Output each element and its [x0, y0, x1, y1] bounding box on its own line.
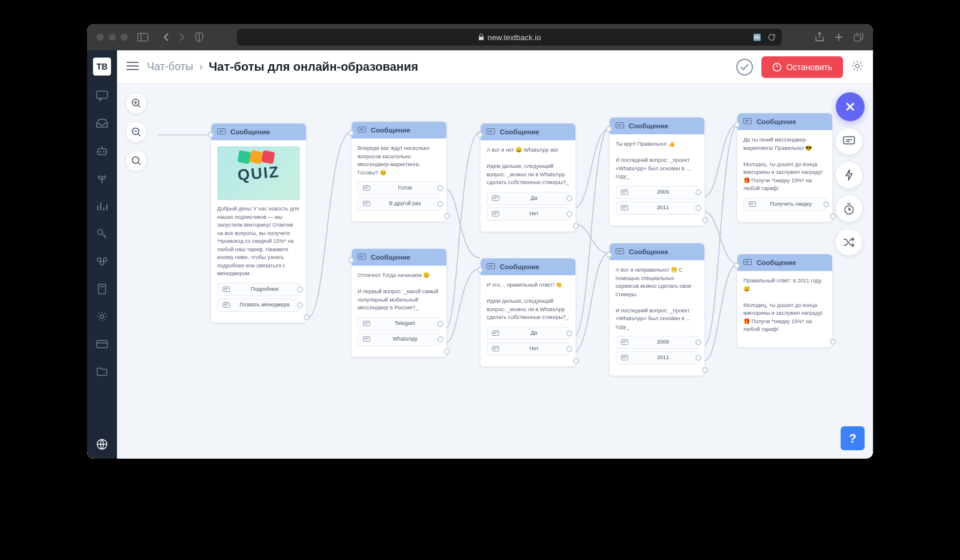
port-out[interactable] [695, 205, 701, 211]
svg-point-8 [98, 230, 103, 234]
node-button[interactable]: Подробнее [217, 283, 300, 296]
share-icon[interactable] [815, 32, 824, 42]
port-out[interactable] [297, 287, 303, 293]
port-out[interactable] [437, 201, 443, 207]
close-window-icon[interactable] [97, 34, 104, 41]
inbox-icon[interactable] [95, 116, 109, 131]
node-button[interactable]: 2009 [616, 186, 698, 199]
shield-icon[interactable] [195, 32, 203, 42]
url-bar[interactable]: new.textback.io 🔤 [237, 29, 782, 46]
growth-icon[interactable] [95, 171, 109, 186]
flow-node[interactable]: Сообщение Ты крут! Правильно! 👍 И послед… [609, 117, 705, 226]
maximize-window-icon[interactable] [121, 34, 128, 41]
bot-icon[interactable] [95, 144, 109, 158]
flow-node[interactable]: Сообщение А вот и нет 😄 WhatsApp же! Иде… [480, 123, 576, 232]
port-out[interactable] [444, 348, 450, 354]
port-out[interactable] [566, 211, 572, 217]
port-out[interactable] [437, 336, 443, 342]
svg-point-13 [100, 315, 104, 318]
node-button[interactable]: Нет [487, 342, 569, 356]
node-button[interactable]: Да [487, 192, 569, 205]
node-title: Сообщение [629, 248, 668, 255]
port-out[interactable] [695, 339, 701, 345]
docs-icon[interactable] [95, 365, 109, 379]
card-icon[interactable] [95, 337, 109, 351]
node-button[interactable]: Готов [358, 182, 440, 195]
port-out[interactable] [695, 355, 701, 361]
node-button[interactable]: Нет [487, 207, 569, 221]
port-out[interactable] [830, 213, 836, 219]
port-out[interactable] [304, 314, 310, 320]
port-out[interactable] [437, 185, 443, 191]
node-title: Сообщение [629, 122, 668, 130]
flow-node[interactable]: Сообщение Да ты гений мессенджер-маркети… [737, 113, 833, 222]
new-tab-icon[interactable] [835, 32, 843, 42]
node-button[interactable]: Telegam [358, 317, 440, 330]
chat-icon[interactable] [95, 89, 109, 103]
port-out[interactable] [702, 367, 708, 373]
flow-canvas[interactable]: ? [117, 84, 873, 459]
flow-node[interactable]: Сообщение А вот и неправильно! 😬 С помощ… [609, 243, 705, 376]
node-button[interactable]: Да [487, 327, 569, 340]
svg-rect-35 [487, 264, 495, 269]
menu-icon[interactable] [127, 62, 139, 73]
port-out[interactable] [702, 217, 708, 223]
flow-node[interactable]: Сообщение Впереди вас ждут несколько воп… [351, 121, 447, 222]
port-out[interactable] [297, 302, 303, 308]
settings-button[interactable] [851, 60, 863, 74]
port-out[interactable] [566, 330, 572, 336]
team-icon[interactable] [95, 254, 109, 269]
flow-node[interactable]: Сообщение Отлично! Тогда начинаем 😊 И пе… [351, 248, 447, 357]
port-in[interactable] [348, 257, 354, 263]
stop-button[interactable]: Остановить [761, 56, 843, 78]
calculator-icon[interactable] [95, 282, 109, 296]
node-text: Да ты гений мессенджер-маркетинга! Прави… [743, 136, 826, 193]
flow-node[interactable]: Сообщение Правильный ответ: в 2011 году.… [737, 254, 833, 348]
port-out[interactable] [695, 189, 701, 195]
node-button[interactable]: Получить скидку [743, 198, 826, 211]
node-button[interactable]: 2009 [616, 336, 698, 349]
port-out[interactable] [823, 201, 829, 207]
globe-icon[interactable] [95, 437, 109, 451]
port-in[interactable] [606, 252, 612, 258]
port-in[interactable] [477, 267, 483, 273]
browser-window: new.textback.io 🔤 TB [87, 24, 873, 459]
translate-icon[interactable]: 🔤 [753, 34, 761, 41]
breadcrumb-parent[interactable]: Чат-боты [147, 61, 193, 73]
analytics-icon[interactable] [95, 199, 109, 213]
port-in[interactable] [734, 122, 740, 128]
sidebar-toggle-icon[interactable] [137, 33, 148, 41]
forward-icon[interactable] [178, 33, 185, 41]
port-in[interactable] [477, 132, 483, 138]
minimize-window-icon[interactable] [109, 34, 116, 41]
reload-icon[interactable] [767, 33, 776, 41]
node-button[interactable]: 2011 [616, 201, 698, 215]
svg-rect-41 [616, 249, 624, 254]
node-button[interactable]: Позвать менеджера [217, 299, 300, 312]
svg-rect-4 [97, 91, 107, 98]
port-out[interactable] [437, 321, 443, 327]
port-out[interactable] [573, 223, 579, 229]
port-in[interactable] [734, 263, 740, 269]
settings-icon[interactable] [95, 309, 109, 324]
port-in[interactable] [348, 130, 354, 136]
port-out[interactable] [830, 339, 836, 345]
node-button[interactable]: 2011 [616, 351, 698, 365]
flow-node[interactable]: Сообщение QUIZ Добрый день! У нас новост… [211, 123, 307, 323]
port-out[interactable] [444, 213, 450, 219]
port-in[interactable] [208, 132, 214, 138]
port-out[interactable] [573, 358, 579, 364]
port-out[interactable] [566, 346, 572, 352]
port-in[interactable] [606, 126, 612, 132]
message-icon [487, 128, 495, 136]
svg-rect-46 [744, 260, 752, 265]
validate-button[interactable] [736, 59, 753, 76]
flow-node[interactable]: Сообщение И это… правильный ответ! 👏 Иде… [480, 258, 576, 367]
port-out[interactable] [566, 195, 572, 201]
key-icon[interactable] [95, 227, 109, 241]
node-button[interactable]: WhatsApp [358, 333, 440, 346]
node-button[interactable]: В другой раз [358, 197, 440, 210]
logo[interactable]: TB [93, 58, 111, 76]
tabs-icon[interactable] [854, 32, 863, 42]
back-icon[interactable] [163, 33, 170, 41]
